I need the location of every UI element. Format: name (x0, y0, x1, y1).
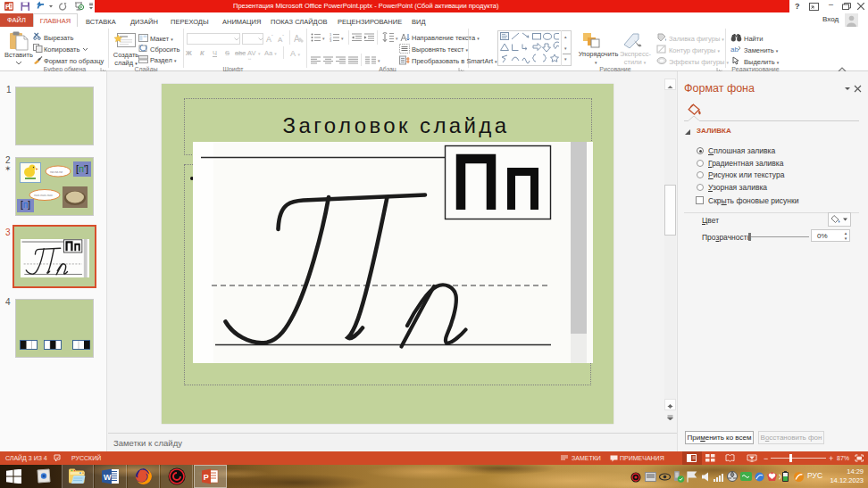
svg-text:P: P (204, 473, 209, 482)
svg-text:пых-пых-пых: пых-пых-пых (34, 194, 53, 197)
svg-text:пи-пи-пи: пи-пи-пи (50, 170, 63, 174)
svg-text:3: 3 (330, 38, 332, 42)
svg-text:W: W (104, 473, 112, 482)
svg-text:P: P (5, 3, 10, 11)
svg-text:ab: ab (730, 45, 739, 54)
